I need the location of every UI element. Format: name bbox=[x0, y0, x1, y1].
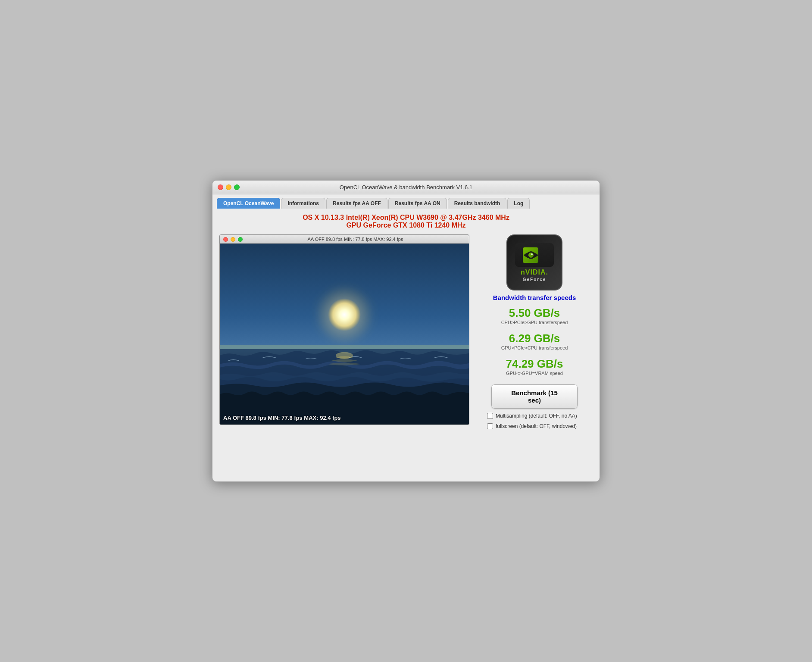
main-area: AA OFF 89.8 fps MIN: 77.8 fps MAX: 92.4 … bbox=[219, 234, 593, 429]
titlebar: OpenCL OceanWave & bandwidth Benchmark V… bbox=[212, 181, 600, 194]
tab-results-fps-aa-on[interactable]: Results fps AA ON bbox=[388, 198, 447, 209]
tab-log[interactable]: Log bbox=[507, 198, 530, 209]
tab-results-fps-aa-off[interactable]: Results fps AA OFF bbox=[326, 198, 387, 209]
preview-minimize[interactable] bbox=[231, 237, 235, 242]
main-window: OpenCL OceanWave & bandwidth Benchmark V… bbox=[212, 180, 600, 482]
nvidia-product-text: GeForce bbox=[523, 277, 547, 282]
preview-close[interactable] bbox=[223, 237, 228, 242]
window-title: OpenCL OceanWave & bandwidth Benchmark V… bbox=[340, 184, 472, 190]
minimize-button[interactable] bbox=[226, 184, 231, 190]
speed2-value: 6.29 GB/s bbox=[501, 332, 568, 345]
fullscreen-row: fullscreen (default: OFF, windowed) bbox=[487, 423, 582, 429]
bandwidth-title: Bandwidth transfer speeds bbox=[493, 294, 576, 301]
preview-maximize[interactable] bbox=[238, 237, 243, 242]
fullscreen-label: fullscreen (default: OFF, windowed) bbox=[496, 423, 577, 429]
system-info-line2: GPU GeForce GTX 1080 Ti 1240 MHz bbox=[219, 222, 593, 229]
fps-overlay: AA OFF 89.8 fps MIN: 77.8 fps MAX: 92.4 … bbox=[223, 415, 341, 421]
fullscreen-checkbox[interactable] bbox=[487, 423, 493, 429]
preview-fps-header: AA OFF 89.8 fps MIN: 77.8 fps MAX: 92.4 … bbox=[308, 237, 403, 242]
ocean-canvas: AA OFF 89.8 fps MIN: 77.8 fps MAX: 92.4 … bbox=[220, 244, 469, 425]
system-info: OS X 10.13.3 Intel(R) Xeon(R) CPU W3690 … bbox=[219, 214, 593, 229]
speed1-label: CPU>PCIe>GPU transferspeed bbox=[501, 320, 568, 325]
nvidia-logo-container bbox=[515, 243, 554, 267]
maximize-button[interactable] bbox=[234, 184, 240, 190]
right-panel: nVIDIA. GeForce Bandwidth transfer speed… bbox=[476, 234, 593, 429]
speed3-label: GPU<>GPU=VRAM speed bbox=[506, 371, 563, 376]
preview-window: AA OFF 89.8 fps MIN: 77.8 fps MAX: 92.4 … bbox=[219, 234, 469, 425]
nvidia-eye-icon bbox=[519, 247, 550, 264]
benchmark-button[interactable]: Benchmark (15 sec) bbox=[491, 384, 578, 409]
system-info-line1: OS X 10.13.3 Intel(R) Xeon(R) CPU W3690 … bbox=[219, 214, 593, 222]
svg-point-9 bbox=[531, 253, 533, 255]
ocean-preview: AA OFF 89.8 fps MIN: 77.8 fps MAX: 92.4 … bbox=[219, 234, 469, 429]
svg-point-2 bbox=[328, 298, 361, 331]
tab-opencl-oceanwave[interactable]: OpenCL OceanWave bbox=[217, 198, 280, 209]
speed-block-2: 6.29 GB/s GPU>PCIe>CPU transferspeed bbox=[501, 332, 568, 350]
multisampling-label: Multisampling (default: OFF, no AA) bbox=[496, 413, 577, 419]
tab-bar: OpenCL OceanWave Informations Results fp… bbox=[212, 194, 600, 209]
speed-block-3: 74.29 GB/s GPU<>GPU=VRAM speed bbox=[506, 357, 563, 376]
speed3-value: 74.29 GB/s bbox=[506, 357, 563, 371]
speed1-value: 5.50 GB/s bbox=[501, 306, 568, 320]
multisampling-checkbox[interactable] bbox=[487, 413, 493, 419]
traffic-lights bbox=[218, 184, 240, 190]
close-button[interactable] bbox=[218, 184, 223, 190]
main-content: OS X 10.13.3 Intel(R) Xeon(R) CPU W3690 … bbox=[212, 209, 600, 434]
svg-point-8 bbox=[528, 253, 534, 258]
nvidia-brand-text: nVIDIA. bbox=[521, 269, 548, 276]
nvidia-badge: nVIDIA. GeForce bbox=[506, 234, 562, 290]
speed2-label: GPU>PCIe>CPU transferspeed bbox=[501, 345, 568, 350]
tab-informations[interactable]: Informations bbox=[281, 198, 325, 209]
multisampling-row: Multisampling (default: OFF, no AA) bbox=[487, 413, 582, 419]
preview-titlebar: AA OFF 89.8 fps MIN: 77.8 fps MAX: 92.4 … bbox=[220, 235, 469, 244]
speed-block-1: 5.50 GB/s CPU>PCIe>GPU transferspeed bbox=[501, 306, 568, 325]
tab-results-bandwidth[interactable]: Results bandwidth bbox=[448, 198, 507, 209]
